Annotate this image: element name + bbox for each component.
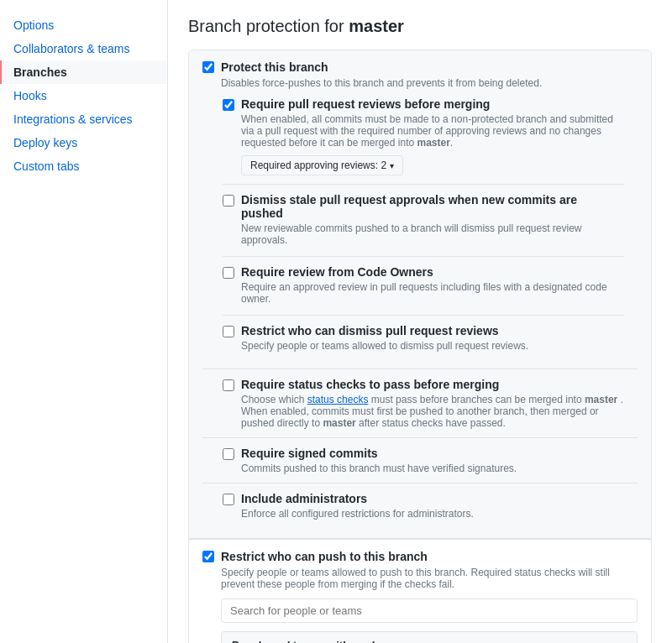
protect-branch-block: Protect this branch Disables force-pushe…: [189, 50, 651, 539]
restrict-dismiss-reviews-label[interactable]: Restrict who can dismiss pull request re…: [241, 324, 499, 337]
option-require-code-owners: Require review from Code Owners Require …: [223, 256, 624, 313]
restrict-dismiss-reviews-checkbox[interactable]: [223, 326, 234, 337]
restrict-push-description: Specify people or teams allowed to push …: [202, 567, 638, 590]
sidebar-item-branches[interactable]: Branches: [0, 60, 167, 84]
require-code-owners-description: Require an approved review in pull reque…: [223, 281, 611, 305]
require-pr-reviews-description: When enabled, all commits must be made t…: [223, 113, 624, 149]
sidebar-item-integrations-services[interactable]: Integrations & services: [0, 107, 167, 131]
option-require-status-checks: Require status checks to pass before mer…: [202, 369, 638, 438]
require-code-owners-checkbox[interactable]: [223, 267, 234, 279]
restrict-push-label[interactable]: Restrict who can push to this branch: [221, 550, 428, 563]
require-signed-commits-description: Commits pushed to this branch must have …: [223, 463, 624, 474]
option-require-signed-commits: Require signed commits Commits pushed to…: [202, 438, 638, 484]
require-status-checks-description: Choose which status checks must pass bef…: [223, 394, 624, 429]
sidebar-item-custom-tabs[interactable]: Custom tabs: [0, 154, 167, 178]
dismiss-stale-label[interactable]: Dismiss stale pull request approvals whe…: [241, 193, 611, 220]
option-dismiss-stale: Dismiss stale pull request approvals whe…: [223, 184, 624, 254]
require-code-owners-label[interactable]: Require review from Code Owners: [241, 265, 433, 279]
status-checks-link[interactable]: status checks: [307, 394, 369, 405]
access-table: People and teams with push access: [221, 631, 638, 643]
option-require-pr-reviews: Require pull request reviews before merg…: [202, 89, 638, 369]
sidebar: Options Collaborators & teams Branches H…: [0, 0, 168, 643]
restrict-push-block: Restrict who can push to this branch Spe…: [189, 539, 651, 643]
page-title: Branch protection for master: [188, 17, 652, 36]
search-people-teams-input[interactable]: [221, 599, 638, 623]
option-include-admins: Include administrators Enforce all confi…: [202, 484, 638, 528]
sidebar-item-collaborators-teams[interactable]: Collaborators & teams: [0, 37, 167, 60]
chevron-down-icon: ▾: [390, 161, 394, 170]
require-status-checks-checkbox[interactable]: [223, 379, 234, 391]
require-signed-commits-label[interactable]: Require signed commits: [241, 447, 378, 460]
required-approving-reviews-dropdown[interactable]: Required approving reviews: 2 ▾: [241, 155, 403, 175]
require-pr-reviews-checkbox[interactable]: [223, 99, 234, 111]
protect-branch-label[interactable]: Protect this branch: [221, 60, 328, 74]
protect-branch-checkbox[interactable]: [202, 61, 214, 73]
require-pr-reviews-label[interactable]: Require pull request reviews before merg…: [241, 97, 490, 111]
dismiss-stale-checkbox[interactable]: [223, 195, 234, 206]
require-status-checks-label[interactable]: Require status checks to pass before mer…: [241, 378, 499, 391]
option-restrict-dismiss-reviews: Restrict who can dismiss pull request re…: [223, 315, 624, 360]
sidebar-item-hooks[interactable]: Hooks: [0, 84, 167, 107]
restrict-dismiss-reviews-description: Specify people or teams allowed to dismi…: [223, 340, 611, 352]
access-table-header: People and teams with push access: [222, 632, 637, 643]
include-admins-label[interactable]: Include administrators: [241, 492, 367, 505]
restrict-push-checkbox[interactable]: [202, 551, 214, 562]
include-admins-description: Enforce all configured restrictions for …: [223, 508, 624, 520]
require-signed-commits-checkbox[interactable]: [223, 448, 234, 460]
dismiss-stale-description: New reviewable commits pushed to a branc…: [223, 222, 611, 246]
sidebar-item-options[interactable]: Options: [0, 13, 167, 37]
main-content: Branch protection for master Protect thi…: [168, 0, 672, 643]
protect-branch-description: Disables force-pushes to this branch and…: [202, 77, 638, 89]
include-admins-checkbox[interactable]: [223, 494, 234, 505]
sidebar-item-deploy-keys[interactable]: Deploy keys: [0, 131, 167, 154]
branch-protection-section: Protect this branch Disables force-pushe…: [188, 50, 652, 643]
